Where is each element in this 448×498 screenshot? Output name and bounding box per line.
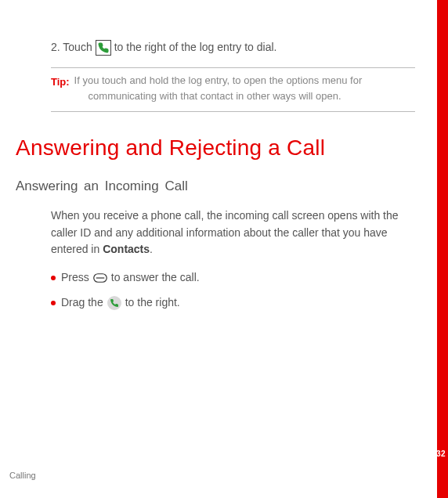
bullet-2-post: to the right.: [125, 294, 180, 312]
page-content: 2. Touch to the right of the log entry t…: [0, 0, 437, 498]
bullet-item-1: Press to answer the call.: [51, 269, 415, 287]
footer-section-label: Calling: [9, 469, 36, 482]
para-bold: Contacts: [103, 243, 150, 255]
step-text-prefix: 2. Touch: [51, 39, 92, 56]
bullet-1-pre: Press: [61, 269, 89, 287]
tip-block: Tip: If you touch and hold the log entry…: [51, 67, 415, 113]
tip-line-1: If you touch and hold the log entry, to …: [74, 73, 363, 89]
para-post: .: [150, 243, 153, 255]
section-heading: Answering and Rejecting a Call: [16, 131, 415, 164]
bullet-2-pre: Drag the: [61, 294, 103, 312]
bullet-dot-icon: [51, 301, 56, 305]
bullet-1-post: to answer the call.: [111, 269, 200, 287]
tip-line-2: communicating with that contact in other…: [74, 88, 363, 105]
answer-key-icon: [93, 271, 107, 285]
instruction-step-2: 2. Touch to the right of the log entry t…: [51, 39, 415, 56]
call-icon: [96, 40, 111, 56]
page-number: 32: [436, 448, 446, 460]
page-side-tab: 32: [437, 0, 448, 498]
intro-paragraph: When you receive a phone call, the incom…: [51, 208, 415, 258]
tip-text: If you touch and hold the log entry, to …: [74, 73, 363, 106]
tip-label: Tip:: [51, 73, 70, 106]
subsection-heading: Answering an Incoming Call: [16, 176, 415, 197]
bullet-dot-icon: [51, 276, 56, 280]
bullet-item-2: Drag the to the right.: [51, 294, 415, 312]
step-text-suffix: to the right of the log entry to dial.: [114, 39, 277, 56]
answer-circle-icon: [107, 296, 121, 310]
bullet-list: Press to answer the call. Drag the: [51, 269, 415, 311]
